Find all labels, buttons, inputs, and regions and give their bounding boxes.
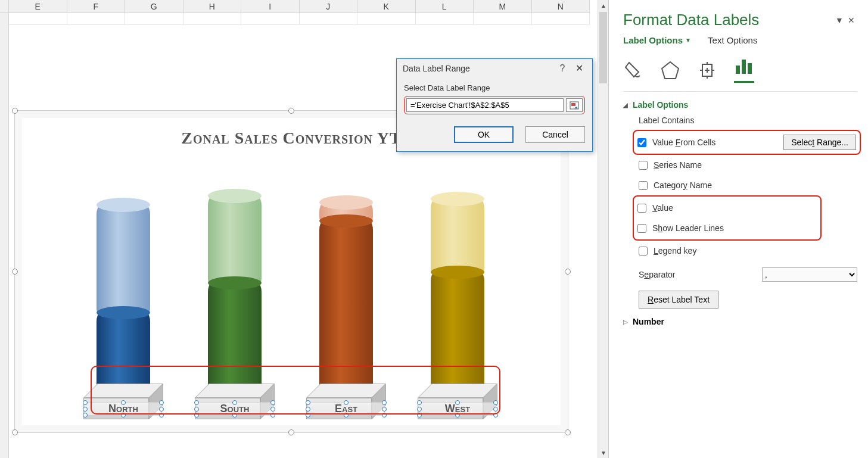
- row-header-gutter: [0, 13, 9, 458]
- checkbox-category-name[interactable]: [639, 181, 648, 190]
- scroll-down-icon[interactable]: ▼: [598, 447, 609, 458]
- svg-rect-5: [742, 60, 746, 74]
- svg-rect-4: [736, 66, 740, 74]
- svg-marker-2: [662, 62, 679, 79]
- chart-object[interactable]: Zonal Sales Conversion YT North South: [14, 110, 568, 433]
- format-data-labels-pane: Format Data Labels ▼ ✕ Label Options ▼ T…: [608, 0, 868, 458]
- col-header[interactable]: N: [532, 0, 590, 13]
- col-header[interactable]: I: [241, 0, 300, 13]
- label-leader-lines: Show Leader Lines: [652, 223, 817, 233]
- tab-text-options[interactable]: Text Options: [708, 35, 757, 45]
- label-category-name: Category Name: [654, 180, 857, 190]
- label-value: Value: [652, 203, 817, 213]
- col-header[interactable]: J: [300, 0, 358, 13]
- data-label-range-dialog[interactable]: Data Label Range ? ✕ Select Data Label R…: [396, 58, 593, 152]
- ok-button[interactable]: OK: [454, 126, 514, 143]
- label-separator: Separator: [639, 270, 756, 279]
- separator-select[interactable]: ,: [762, 267, 857, 282]
- col-header[interactable]: L: [416, 0, 474, 13]
- col-header[interactable]: G: [125, 0, 183, 13]
- checkbox-series-name[interactable]: [639, 161, 648, 170]
- label-contains-heading: Label Contains: [639, 116, 857, 125]
- checkbox-value[interactable]: [637, 204, 646, 213]
- section-number[interactable]: ▷Number: [623, 317, 857, 326]
- dialog-title: Data Label Range: [403, 64, 554, 73]
- vertical-scrollbar[interactable]: ▲ ▼: [598, 0, 608, 458]
- checkbox-leader-lines[interactable]: [637, 224, 646, 233]
- col-header[interactable]: M: [474, 0, 532, 13]
- column-header-row: E F G H I J K L M N: [0, 0, 590, 13]
- col-header[interactable]: H: [183, 0, 242, 13]
- dialog-prompt: Select Data Label Range: [404, 83, 585, 92]
- data-label[interactable]: South: [196, 402, 273, 416]
- collapse-dialog-icon[interactable]: [566, 98, 583, 112]
- col-header[interactable]: K: [357, 0, 416, 13]
- pane-title: Format Data Labels: [623, 11, 833, 29]
- col-header[interactable]: E: [9, 0, 67, 13]
- tab-label-options[interactable]: Label Options ▼: [623, 35, 691, 45]
- scroll-thumb[interactable]: [599, 12, 607, 83]
- fill-line-icon[interactable]: [623, 60, 643, 83]
- cancel-button[interactable]: Cancel: [525, 126, 585, 143]
- dialog-close-button[interactable]: ✕: [571, 63, 587, 74]
- checkbox-value-from-cells[interactable]: [637, 138, 646, 147]
- reset-label-text-button[interactable]: Reset Label Text: [639, 291, 718, 309]
- svg-rect-6: [748, 63, 752, 74]
- label-options-icon[interactable]: [734, 56, 754, 83]
- select-range-button[interactable]: Select Range...: [783, 135, 856, 150]
- dialog-help-button[interactable]: ?: [554, 63, 571, 74]
- pane-close-icon[interactable]: ✕: [845, 15, 857, 25]
- chart-plot-area[interactable]: Zonal Sales Conversion YT North South: [22, 118, 561, 425]
- label-value-from-cells: Value From Cells: [652, 138, 777, 147]
- pane-options-icon[interactable]: ▼: [833, 15, 845, 25]
- effects-icon[interactable]: [660, 60, 680, 83]
- label-series-name: Series Name: [654, 160, 857, 170]
- data-label[interactable]: East: [307, 402, 385, 416]
- size-props-icon[interactable]: [697, 60, 717, 83]
- data-label[interactable]: West: [419, 402, 496, 416]
- section-label-options[interactable]: ◢Label Options: [623, 100, 857, 110]
- data-label[interactable]: North: [85, 402, 162, 416]
- col-header[interactable]: F: [67, 0, 126, 13]
- label-legend-key: Legend key: [654, 246, 857, 256]
- scroll-up-icon[interactable]: ▲: [598, 0, 609, 11]
- checkbox-legend-key[interactable]: [639, 247, 648, 256]
- svg-rect-1: [571, 103, 575, 106]
- range-input[interactable]: [406, 98, 564, 112]
